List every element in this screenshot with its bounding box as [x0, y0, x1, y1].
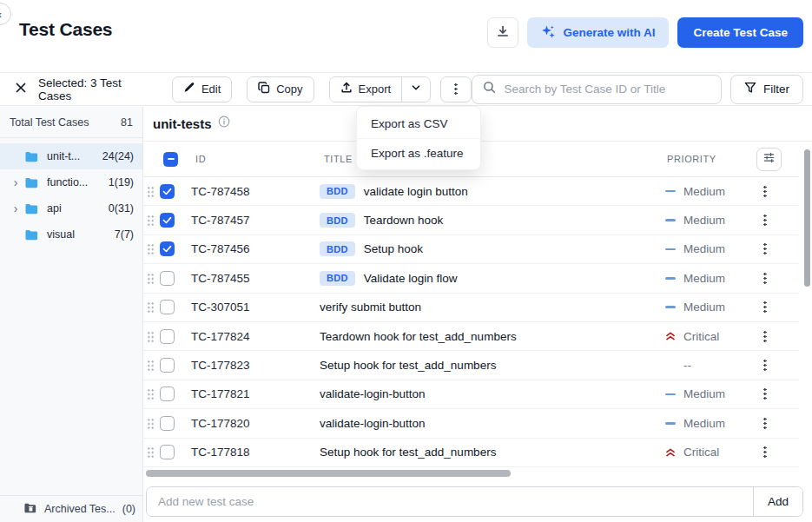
vertical-scrollbar-thumb[interactable]: [804, 149, 810, 287]
sidebar-folder-item[interactable]: › unit-t... 24(24): [0, 143, 142, 169]
export-dropdown-menu: Export as CSVExport as .feature: [356, 106, 481, 170]
create-test-case-button[interactable]: Create Test Case: [677, 17, 803, 48]
priority-cell: --: [664, 359, 751, 372]
test-case-title: validate login button: [364, 185, 468, 198]
copy-button[interactable]: Copy: [247, 76, 314, 102]
priority-cell: Critical: [664, 330, 751, 343]
generate-with-ai-button[interactable]: Generate with AI: [527, 17, 669, 48]
export-menu-item[interactable]: Export as .feature: [357, 138, 480, 167]
test-case-row[interactable]: TC-177823 Setup hook for test_add_number…: [143, 351, 799, 380]
row-checkbox[interactable]: [160, 358, 175, 373]
sidebar-folder-item[interactable]: › api 0(31): [0, 195, 142, 221]
download-icon: [496, 24, 510, 41]
total-test-cases-count: 81: [121, 116, 133, 129]
row-actions-button[interactable]: [756, 357, 774, 374]
row-checkbox[interactable]: [160, 300, 175, 314]
row-checkbox[interactable]: [160, 271, 175, 286]
more-actions-button[interactable]: [440, 76, 472, 102]
download-button[interactable]: [487, 17, 518, 48]
priority-icon: [664, 277, 676, 280]
horizontal-scrollbar: [146, 470, 654, 478]
row-actions-button[interactable]: [756, 241, 774, 258]
add-button[interactable]: Add: [753, 487, 802, 516]
export-button[interactable]: Export: [330, 77, 402, 102]
test-case-row[interactable]: TC-177824 Teardown hook for test_add_num…: [143, 322, 799, 351]
row-actions-button[interactable]: [756, 444, 774, 461]
chevron-right-icon[interactable]: ›: [7, 202, 24, 215]
drag-handle-icon[interactable]: [147, 418, 155, 429]
test-case-row[interactable]: TC-177821 validate-login-button Medium: [143, 380, 799, 409]
collapse-icon: ‹: [0, 8, 2, 21]
test-case-row[interactable]: TC-177820 validate-login-button Medium: [143, 409, 799, 438]
horizontal-scrollbar-thumb[interactable]: [146, 470, 511, 477]
row-actions-button[interactable]: [756, 182, 774, 200]
kebab-icon: [763, 417, 766, 430]
drag-handle-icon[interactable]: [147, 215, 155, 226]
priority-icon: [664, 422, 676, 425]
row-checkbox[interactable]: [160, 387, 175, 401]
test-case-title: Teardown hook for test_add_numbers: [320, 330, 517, 343]
row-actions-button[interactable]: [756, 414, 774, 432]
priority-cell: Medium: [664, 417, 751, 430]
test-case-row[interactable]: TC-787455 BDD Validate login flow Medium: [143, 264, 799, 293]
chevron-right-icon[interactable]: ›: [7, 175, 24, 189]
row-checkbox[interactable]: [160, 329, 175, 344]
drag-handle-icon[interactable]: [147, 186, 155, 197]
export-menu-item[interactable]: Export as CSV: [357, 109, 480, 138]
test-case-row[interactable]: TC-307051 verify submit button Medium: [143, 294, 799, 322]
export-icon: [340, 82, 353, 96]
row-checkbox[interactable]: [160, 213, 175, 228]
row-actions-button[interactable]: [756, 212, 774, 229]
search-input[interactable]: [504, 83, 710, 96]
test-case-row[interactable]: TC-787457 BDD Teardown hook Medium: [143, 206, 799, 235]
kebab-icon: [454, 83, 457, 96]
row-actions-button[interactable]: [756, 269, 774, 287]
row-checkbox[interactable]: [160, 416, 175, 431]
column-header-priority[interactable]: PRIORITY: [667, 154, 754, 164]
add-test-case-input[interactable]: [147, 487, 753, 516]
priority-label: --: [683, 359, 691, 372]
archived-count: (0): [122, 503, 135, 515]
row-checkbox[interactable]: [160, 241, 175, 256]
drag-handle-icon[interactable]: [147, 273, 155, 284]
row-actions-button[interactable]: [756, 386, 774, 403]
row-checkbox[interactable]: [160, 445, 175, 459]
info-icon[interactable]: [218, 116, 230, 131]
column-header-id[interactable]: ID: [195, 154, 324, 164]
drag-handle-icon[interactable]: [147, 446, 155, 458]
test-case-row[interactable]: TC-177818 Setup hook for test_add_number…: [143, 439, 799, 467]
clear-selection-button[interactable]: [12, 81, 30, 98]
filter-button[interactable]: Filter: [730, 75, 803, 104]
priority-icon: [664, 447, 676, 458]
row-checkbox[interactable]: [160, 184, 175, 199]
row-actions-button[interactable]: [756, 327, 774, 345]
test-case-id: TC-307051: [191, 301, 320, 314]
drag-handle-icon[interactable]: [147, 331, 155, 342]
priority-label: Critical: [683, 446, 719, 459]
drag-handle-icon[interactable]: [147, 388, 155, 400]
priority-label: Medium: [683, 185, 725, 198]
sparkles-icon: [541, 24, 556, 42]
drag-handle-icon[interactable]: [147, 360, 155, 371]
export-dropdown-toggle[interactable]: [401, 77, 430, 102]
edit-button[interactable]: Edit: [172, 76, 232, 102]
kebab-icon: [763, 387, 766, 400]
priority-cell: Medium: [664, 185, 751, 198]
kebab-icon: [763, 446, 766, 459]
test-case-id: TC-787456: [191, 242, 320, 255]
priority-icon: [664, 190, 676, 193]
drag-handle-icon[interactable]: [147, 301, 155, 313]
test-case-row[interactable]: TC-787456 BDD Setup hook Medium: [143, 235, 799, 264]
folder-icon: [24, 202, 39, 215]
drag-handle-icon[interactable]: [147, 243, 155, 254]
select-all-checkbox[interactable]: [163, 152, 178, 167]
row-actions-button[interactable]: [756, 299, 774, 316]
test-case-row[interactable]: TC-787458 BDD validate login button Medi…: [143, 177, 799, 206]
column-settings-button[interactable]: [756, 148, 782, 171]
sidebar-folder-item[interactable]: › visual 7(7): [0, 221, 142, 248]
sidebar-folder-item[interactable]: › functio... 1(19): [0, 169, 142, 195]
priority-label: Medium: [683, 387, 725, 400]
test-case-title: Setup hook for test_add_numbers: [320, 446, 496, 459]
kebab-icon: [763, 242, 766, 255]
sidebar-item-archived[interactable]: Archived Tes... (0): [0, 495, 142, 522]
